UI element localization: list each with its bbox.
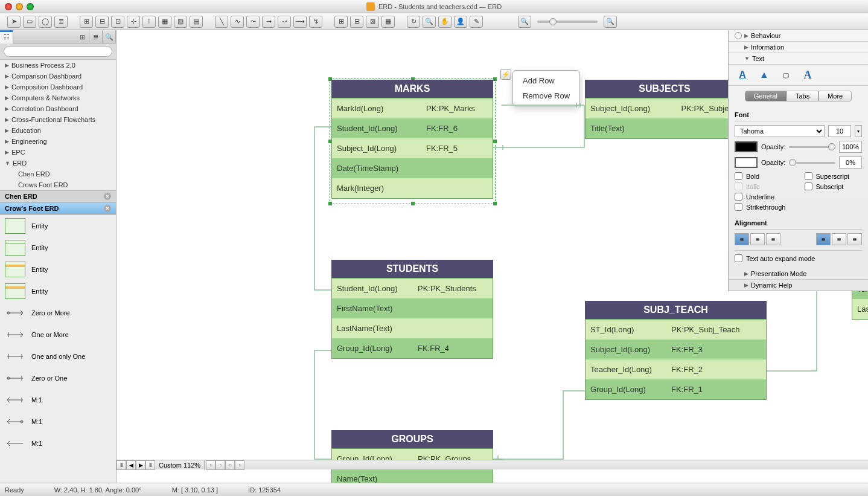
ellipse-tool[interactable]: ◯ xyxy=(39,16,52,28)
hand-tool[interactable]: ✋ xyxy=(438,16,452,28)
insp-section-information[interactable]: ▶Information xyxy=(729,42,868,53)
super-checkbox[interactable] xyxy=(805,172,812,180)
hscroll-bar[interactable]: Ⅱ ◀ ▶ Ⅱ Custom 112% ▫ ▫ ▫ ▫ xyxy=(116,460,868,469)
menu-add-row[interactable]: Add Row xyxy=(513,73,579,88)
insp-section-behaviour[interactable]: ▶Behaviour xyxy=(729,30,868,42)
line-tool[interactable]: ╲ xyxy=(215,16,228,28)
people-tool[interactable]: 👤 xyxy=(454,16,467,28)
insp-tab-tabs[interactable]: Tabs xyxy=(787,91,819,101)
valign-mid-btn[interactable]: ≡ xyxy=(832,233,846,245)
close-icon[interactable]: × xyxy=(104,205,111,212)
distribute-v-tool[interactable]: ⊺ xyxy=(142,16,156,28)
layer-tool[interactable]: ▤ xyxy=(190,16,203,28)
shape-item[interactable]: Entity xyxy=(0,280,116,302)
align-right-btn[interactable]: ≡ xyxy=(766,233,780,245)
insp-section-presmode[interactable]: ▶Presentation Mode xyxy=(729,268,868,280)
selected-stencil-chen[interactable]: Chen ERD× xyxy=(0,190,116,202)
curve-tool[interactable]: ∿ xyxy=(231,16,244,28)
window-minimize-button[interactable] xyxy=(16,3,23,10)
tree-item[interactable]: ▶Computers & Networks xyxy=(0,92,116,103)
text-color-swatch[interactable] xyxy=(735,141,758,152)
font-size-stepper[interactable]: ▾ xyxy=(855,125,862,137)
font-size-input[interactable] xyxy=(828,125,851,137)
zoom-slider[interactable] xyxy=(537,21,598,23)
sidebar-tab-list[interactable]: ≣ xyxy=(89,30,103,43)
sidebar-tab-tree[interactable]: ☷ xyxy=(0,30,13,43)
window-close-button[interactable] xyxy=(5,3,12,10)
sidebar-tab-search[interactable]: 🔍 xyxy=(103,30,116,43)
autoexpand-checkbox[interactable] xyxy=(735,254,742,262)
tree-item[interactable]: ▶EPC xyxy=(0,147,116,158)
tree-item[interactable]: ▶Engineering xyxy=(0,136,116,147)
sidebar-search-input[interactable] xyxy=(4,46,112,57)
strike-checkbox[interactable] xyxy=(735,203,742,211)
unit-btn-1[interactable]: ▫ xyxy=(206,460,215,470)
align-center-tool[interactable]: ⊟ xyxy=(95,16,109,28)
conn-tool-5[interactable]: ↯ xyxy=(309,16,322,28)
close-icon[interactable]: × xyxy=(104,193,111,200)
hscroll-prev[interactable]: ◀ xyxy=(126,460,136,470)
shape-item[interactable]: One and only One xyxy=(0,346,116,367)
insp-section-text[interactable]: ▼Text xyxy=(729,53,868,65)
erd-table-subjects[interactable]: SUBJECTS Subject_Id(Long)PK:PK_Subjects … xyxy=(585,80,744,139)
align-center-btn[interactable]: ≡ xyxy=(750,233,765,245)
tree-item[interactable]: ▶Cross-Functional Flowcharts xyxy=(0,114,116,125)
ungroup-tool[interactable]: ▧ xyxy=(174,16,187,28)
group-tool[interactable]: ▦ xyxy=(158,16,171,28)
align-left-btn[interactable]: ≡ xyxy=(735,233,749,245)
menu-remove-row[interactable]: Remove Row xyxy=(513,88,579,103)
align-right-tool[interactable]: ⊡ xyxy=(111,16,124,28)
shape-item[interactable]: One or More xyxy=(0,324,116,346)
tree-item[interactable]: ▶Comparison Dashboard xyxy=(0,71,116,82)
window-zoom-button[interactable] xyxy=(27,3,34,10)
hscroll-next[interactable]: ▶ xyxy=(136,460,145,470)
valign-top-btn[interactable]: ≡ xyxy=(816,233,831,245)
box-tool[interactable]: ▢ xyxy=(778,68,794,82)
shape-item[interactable]: M:1 xyxy=(0,411,116,433)
opacity-slider-2[interactable] xyxy=(789,162,835,164)
opacity-value-1[interactable] xyxy=(839,141,862,153)
italic-checkbox[interactable] xyxy=(735,182,742,190)
erd-table-students[interactable]: STUDENTS Student_Id(Long)PK:PK_Students … xyxy=(331,260,493,359)
zoom-out-tool[interactable]: 🔍 xyxy=(518,16,531,28)
tree-item[interactable]: ▶Correlation Dashboard xyxy=(0,103,116,114)
align-left-tool[interactable]: ⊞ xyxy=(80,16,93,28)
sidebar-tab-grid[interactable]: ⊞ xyxy=(76,30,89,43)
opacity-slider-1[interactable] xyxy=(789,146,835,148)
conn-tool-3[interactable]: ⤻ xyxy=(278,16,291,28)
options-tool[interactable]: ≣ xyxy=(54,16,68,28)
pointer-tool[interactable]: ➤ xyxy=(7,16,21,28)
tree-item[interactable]: ▶Education xyxy=(0,125,116,136)
grid-tool-2[interactable]: ⊟ xyxy=(350,16,363,28)
zoom-readout[interactable]: Custom 112% xyxy=(155,460,205,470)
grid-tool-3[interactable]: ⊠ xyxy=(366,16,379,28)
text-color-tool[interactable]: A xyxy=(735,68,750,82)
zoom-in-tool[interactable]: 🔍 xyxy=(604,16,617,28)
hscroll-last[interactable]: Ⅱ xyxy=(145,460,155,470)
connector-tool[interactable]: ⤳ xyxy=(246,16,260,28)
tree-item-erd[interactable]: ▼ERD xyxy=(0,158,116,169)
insp-tab-more[interactable]: More xyxy=(819,91,852,101)
erd-table-subjteach[interactable]: SUBJ_TEACH ST_Id(Long)PK:PK_Subj_Teach S… xyxy=(585,301,767,400)
bold-checkbox[interactable] xyxy=(735,172,742,180)
unit-btn-3[interactable]: ▫ xyxy=(225,460,235,470)
shape-item[interactable]: Entity xyxy=(0,215,116,237)
shape-item[interactable]: Entity xyxy=(0,237,116,259)
erd-table-groups[interactable]: GROUPS Group_Id(Long)PK:PK_Groups Name(T… xyxy=(331,430,493,483)
font-tool[interactable]: A xyxy=(800,68,815,82)
highlight-tool[interactable]: ▲ xyxy=(756,68,772,82)
shape-item[interactable]: Entity xyxy=(0,259,116,280)
tree-child[interactable]: Chen ERD xyxy=(0,169,116,179)
opacity-value-2[interactable] xyxy=(839,156,862,169)
sub-checkbox[interactable] xyxy=(805,182,812,190)
distribute-h-tool[interactable]: ⊹ xyxy=(127,16,140,28)
tree-item[interactable]: ▶Business Process 2,0 xyxy=(0,60,116,71)
table-action-button[interactable]: ⚡ xyxy=(500,69,511,80)
insp-section-dynhelp[interactable]: ▶Dynamic Help xyxy=(729,280,868,291)
selected-stencil-crowsfoot[interactable]: Crow's Foot ERD× xyxy=(0,202,116,214)
tree-item[interactable]: ▶Composition Dashboard xyxy=(0,82,116,92)
back-color-swatch[interactable] xyxy=(735,157,758,168)
hscroll-first[interactable]: Ⅱ xyxy=(116,460,126,470)
grid-tool-1[interactable]: ⊞ xyxy=(334,16,348,28)
shape-item[interactable]: M:1 xyxy=(0,433,116,454)
